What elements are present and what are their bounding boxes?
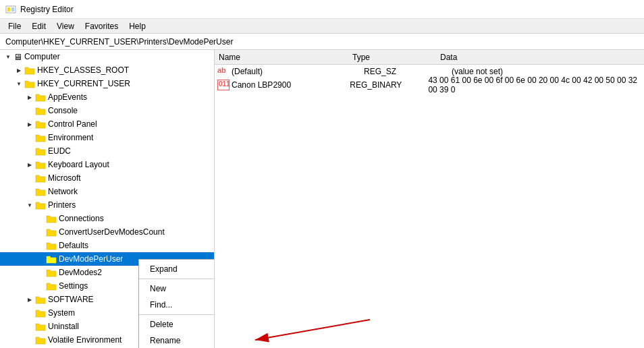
expand-spacer-eudc	[24, 146, 35, 156]
ctx-find-label: Find...	[150, 300, 172, 310]
expand-btn-computer[interactable]: ▼	[3, 51, 14, 62]
expand-btn-keyboardlayout[interactable]: ▶	[24, 159, 35, 170]
tree-item-connections[interactable]: Connections	[0, 212, 214, 225]
address-bar: Computer\HKEY_CURRENT_USER\Printers\DevM…	[0, 34, 644, 50]
tree-item-console[interactable]: Console	[0, 104, 214, 117]
tree-label-console: Console	[48, 106, 78, 115]
svg-rect-1	[7, 7, 10, 11]
tree-item-controlpanel[interactable]: ▶ Control Panel	[0, 117, 214, 131]
folder-icon-devmodes2	[46, 268, 57, 277]
tree-label-printers: Printers	[48, 200, 76, 210]
menu-view[interactable]: View	[51, 20, 80, 32]
folder-icon-keyboardlayout	[35, 160, 46, 169]
expand-spacer-environment	[24, 132, 35, 143]
ctx-sep1	[139, 279, 215, 279]
reg-row-canonlbp2900[interactable]: 011 Canon LBP2900 REG_BINARY 43 00 61 00…	[215, 78, 644, 92]
tree-item-convertuserdevmodescount[interactable]: ConvertUserDevModesCount	[0, 225, 214, 239]
tree-label-defaults: Defaults	[59, 241, 88, 250]
tree-label-eudc: EUDC	[48, 146, 71, 156]
menu-edit[interactable]: Edit	[26, 20, 51, 32]
expand-spacer-defaults	[35, 240, 46, 251]
tree-label-computer: Computer	[24, 52, 60, 61]
folder-icon-hkcr	[24, 65, 35, 75]
tree-item-defaults[interactable]: Defaults	[0, 239, 214, 252]
tree-label-hkcu: HKEY_CURRENT_USER	[37, 79, 130, 88]
expand-btn-appevents[interactable]: ▶	[24, 92, 35, 103]
reg-bin-icon-canonlbp2900: 011	[217, 80, 230, 90]
folder-icon-console	[35, 106, 46, 115]
ctx-delete-label: Delete	[150, 320, 173, 329]
reg-type-default: REG_SZ	[364, 67, 452, 76]
title-bar: Registry Editor	[0, 0, 644, 19]
reg-name-default: (Default)	[232, 67, 364, 76]
folder-icon-volatileenv	[35, 335, 46, 345]
expand-spacer-volatileenv	[24, 335, 35, 345]
context-menu: Expand New ▶ Find... Delete Rename Expor…	[138, 259, 215, 348]
ctx-delete[interactable]: Delete	[139, 316, 215, 332]
menu-bar: File Edit View Favorites Help	[0, 19, 644, 34]
arrow-annotation	[215, 50, 644, 348]
expand-btn-controlpanel[interactable]: ▶	[24, 119, 35, 129]
tree-item-appevents[interactable]: ▶ AppEvents	[0, 90, 214, 104]
expand-btn-software[interactable]: ▶	[24, 294, 35, 305]
right-panel: Name Type Data ab (Default) REG_SZ (valu…	[215, 50, 644, 348]
tree-label-uninstall: Uninstall	[48, 322, 79, 331]
computer-icon: 🖥	[14, 52, 22, 62]
address-path: Computer\HKEY_CURRENT_USER\Printers\DevM…	[5, 37, 233, 47]
tree-label-devmodeperuser: DevModePerUser	[59, 254, 123, 264]
col-header-name: Name	[217, 53, 352, 62]
tree-item-environment[interactable]: Environment	[0, 131, 214, 144]
expand-btn-hkcu[interactable]: ▼	[14, 78, 24, 89]
expand-spacer-settings	[35, 281, 46, 291]
tree-item-keyboardlayout[interactable]: ▶ Keyboard Layout	[0, 158, 214, 171]
tree-item-computer[interactable]: ▼ 🖥 Computer	[0, 50, 214, 63]
ctx-find[interactable]: Find...	[139, 297, 215, 313]
tree-label-microsoft: Microsoft	[48, 173, 81, 183]
col-header-type: Type	[352, 53, 440, 62]
reg-name-canonlbp2900: Canon LBP2900	[232, 80, 350, 90]
folder-icon-software	[35, 295, 46, 304]
folder-icon-connections	[46, 214, 57, 223]
tree-panel: ▼ 🖥 Computer ▶ HKEY_CLASSES_ROOT ▼ HKEY_…	[0, 50, 215, 348]
ctx-rename-label: Rename	[150, 336, 180, 345]
tree-label-hkcr: HKEY_CLASSES_ROOT	[37, 65, 129, 75]
expand-spacer-devmodes2	[35, 267, 46, 278]
ctx-sep2	[139, 314, 215, 315]
ctx-new-label: New	[150, 284, 166, 293]
menu-file[interactable]: File	[3, 20, 26, 32]
tree-item-eudc[interactable]: EUDC	[0, 144, 214, 158]
ctx-rename[interactable]: Rename	[139, 332, 215, 348]
folder-icon-defaults	[46, 241, 57, 250]
tree-label-network: Network	[48, 187, 78, 196]
tree-item-microsoft[interactable]: Microsoft	[0, 171, 214, 185]
expand-btn-hkcr[interactable]: ▶	[14, 65, 24, 76]
expand-spacer-console	[24, 105, 35, 116]
folder-icon-settings	[46, 281, 57, 291]
tree-item-hkcu[interactable]: ▼ HKEY_CURRENT_USER	[0, 77, 214, 90]
col-header-data: Data	[440, 53, 457, 62]
tree-label-system: System	[48, 308, 75, 318]
reg-sz-icon-default: ab	[217, 66, 230, 77]
ctx-expand-label: Expand	[150, 264, 178, 274]
svg-line-4	[255, 320, 370, 340]
ctx-new[interactable]: New ▶	[139, 281, 215, 297]
regedit-icon	[5, 4, 16, 15]
tree-label-devmodes2: DevModes2	[59, 268, 102, 277]
column-headers: Name Type Data	[215, 50, 644, 65]
reg-data-canonlbp2900: 43 00 61 00 6e 00 6f 00 6e 00 20 00 4c 0…	[428, 76, 641, 94]
ctx-expand[interactable]: Expand	[139, 261, 215, 277]
expand-btn-printers[interactable]: ▼	[24, 200, 35, 210]
tree-item-network[interactable]: Network	[0, 185, 214, 198]
tree-item-hkcr[interactable]: ▶ HKEY_CLASSES_ROOT	[0, 63, 214, 77]
expand-spacer-devmodeperuser	[35, 254, 46, 264]
folder-icon-network	[35, 187, 46, 196]
main-area: ▼ 🖥 Computer ▶ HKEY_CLASSES_ROOT ▼ HKEY_…	[0, 50, 644, 348]
tree-item-printers[interactable]: ▼ Printers	[0, 198, 214, 212]
expand-spacer-network	[24, 186, 35, 197]
tree-label-environment: Environment	[48, 133, 93, 142]
folder-icon-uninstall	[35, 322, 46, 331]
menu-help[interactable]: Help	[124, 20, 151, 32]
folder-icon-devmodeperuser	[46, 254, 57, 264]
folder-icon-system	[35, 308, 46, 318]
menu-favorites[interactable]: Favorites	[80, 20, 124, 32]
